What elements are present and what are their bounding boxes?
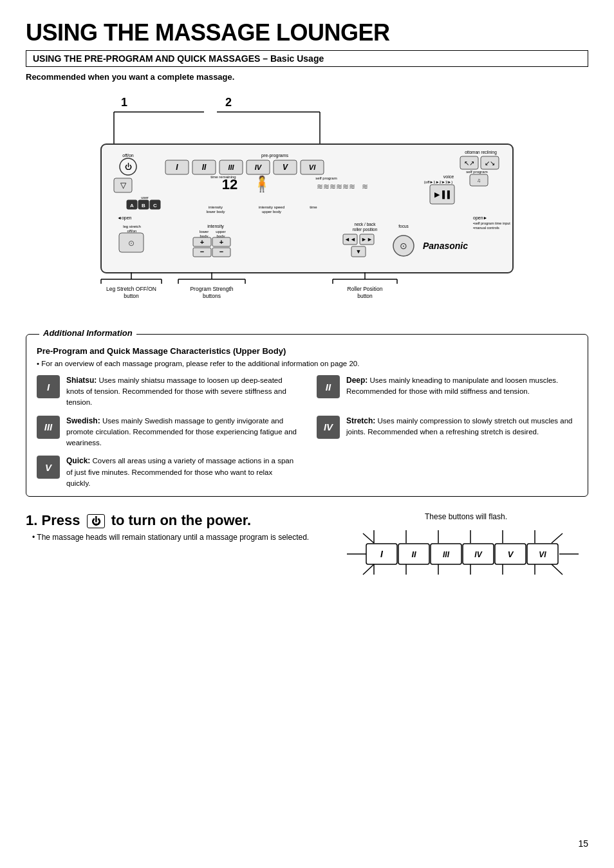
svg-text:intensity: intensity [207, 224, 224, 229]
svg-text:VI: VI [539, 550, 546, 559]
section-header: USING THE PRE-PROGRAM AND QUICK MASSAGES… [26, 50, 588, 67]
svg-text:roller position: roller position [353, 227, 378, 232]
svg-text:III: III [443, 550, 450, 559]
svg-text:12: 12 [222, 176, 237, 192]
svg-text:−: − [200, 248, 204, 255]
massage-item-stretch: IV Stretch: Uses mainly compression to s… [317, 416, 577, 448]
flash-buttons-wrap: These buttons will flash. I [344, 512, 588, 575]
svg-text:neck / back: neck / back [355, 222, 377, 226]
svg-text:II: II [202, 163, 207, 172]
svg-text:↙↘: ↙↘ [485, 160, 495, 167]
svg-line-112 [552, 533, 563, 543]
additional-info-subtitle: Pre-Program and Quick Massage Characteri… [37, 346, 577, 356]
svg-text:V: V [283, 163, 288, 172]
svg-text:pre-programs: pre-programs [261, 153, 289, 158]
svg-text:V: V [508, 549, 514, 559]
svg-text:•self program time input: •self program time input [473, 221, 510, 225]
massage-item-quick: V Quick: Covers all areas using a variet… [37, 456, 297, 488]
diagram-area: 1 2 off/on ⏻ pre-programs I II [26, 89, 588, 321]
svg-text:lower body: lower body [206, 210, 225, 214]
svg-text:time: time [310, 205, 317, 209]
svg-text:B: B [142, 203, 145, 208]
svg-text:Roller Position: Roller Position [348, 286, 383, 292]
svg-text:intensity: intensity [209, 205, 223, 209]
svg-text:►►: ►► [361, 236, 373, 243]
massage-text-deep: Deep: Uses mainly kneading to manipulate… [346, 375, 577, 397]
svg-text:ottoman reclining: ottoman reclining [465, 150, 497, 155]
svg-text:off/on: off/on [127, 229, 137, 233]
remote-svg: 1 2 off/on ⏻ pre-programs I II [26, 89, 588, 321]
massage-icon-V: V [37, 456, 60, 479]
svg-text:self program: self program [315, 176, 337, 180]
svg-text:voice: voice [443, 174, 454, 179]
svg-text:off/on: off/on [122, 153, 133, 158]
svg-text:upper body: upper body [262, 210, 281, 214]
massage-name-shiatsu: Shiatsu: [66, 376, 97, 385]
svg-text:Panasonic: Panasonic [423, 241, 468, 251]
massage-icon-III: III [37, 416, 60, 439]
svg-text:button: button [124, 293, 139, 299]
massage-name-swedish: Swedish: [66, 416, 100, 425]
svg-text:Program Strength: Program Strength [190, 286, 233, 292]
svg-text:IV: IV [474, 550, 482, 559]
massage-item-deep: II Deep: Uses mainly kneading to manipul… [317, 375, 577, 408]
step-1-section: 1. Press ⏻ to turn on the power. The mas… [26, 512, 588, 575]
massage-icon-IV: IV [317, 416, 340, 439]
svg-text:◄◄: ◄◄ [344, 236, 356, 243]
massage-text-shiatsu: Shiatsu: Uses mainly shiatsu massage to … [66, 375, 297, 408]
massage-item-empty [317, 456, 577, 488]
svg-text:lower: lower [200, 230, 209, 234]
svg-text:button: button [357, 293, 373, 299]
svg-text:IV: IV [255, 163, 263, 171]
massage-grid: I Shiatsu: Uses mainly shiatsu massage t… [37, 375, 577, 488]
step-1-bullet: The massage heads will remain stationary… [32, 533, 331, 542]
svg-text:II: II [411, 549, 416, 559]
svg-text:↖↗: ↖↗ [464, 160, 474, 167]
page-number: 15 [578, 838, 588, 849]
additional-info-note: • For an overview of each massage progra… [37, 360, 577, 367]
step-1-title: 1. Press ⏻ to turn on the power. [26, 512, 331, 529]
massage-text-stretch: Stretch: Uses mainly compression to slow… [346, 416, 577, 438]
svg-text:VI: VI [309, 163, 316, 171]
additional-info-title: Additional Information [39, 328, 136, 338]
step-1-body: 1. Press ⏻ to turn on the power. The mas… [26, 512, 588, 575]
svg-text:≋≋≋: ≋≋≋ [336, 182, 355, 191]
svg-line-134 [552, 564, 563, 575]
svg-line-127 [363, 564, 374, 575]
step-1-suffix: to turn on the power. [111, 512, 252, 528]
svg-text:upper: upper [216, 230, 225, 234]
flash-buttons-svg: I II III IV V VI [344, 524, 588, 575]
flash-note: These buttons will flash. [425, 512, 507, 521]
callout-2: 2 [225, 96, 232, 109]
svg-text:◄open: ◄open [117, 216, 132, 221]
svg-text:≋: ≋ [362, 182, 368, 191]
svg-text:♫: ♫ [477, 178, 481, 183]
svg-text:+: + [200, 238, 204, 246]
massage-name-stretch: Stretch: [346, 416, 375, 425]
power-button-icon: ⏻ [87, 514, 105, 528]
step-1-prefix: 1. Press [26, 512, 80, 528]
svg-text:▽: ▽ [120, 181, 127, 190]
remote-diagram-svg: off/on ⏻ pre-programs I II III IV V VI o… [75, 109, 539, 321]
step-1-text: 1. Press ⏻ to turn on the power. The mas… [26, 512, 331, 542]
callout-1: 1 [121, 96, 127, 109]
svg-text:−: − [219, 248, 223, 255]
svg-text:buttons: buttons [203, 293, 221, 299]
svg-text:▼: ▼ [356, 248, 362, 255]
svg-text:intensity speed: intensity speed [259, 205, 284, 209]
massage-item-swedish: III Swedish: Uses mainly Swedish massage… [37, 416, 297, 448]
massage-text-swedish: Swedish: Uses mainly Swedish massage to … [66, 416, 297, 448]
subtitle: Recommended when you want a complete mas… [26, 72, 588, 82]
svg-line-105 [363, 533, 374, 543]
page-title: USING THE MASSAGE LOUNGER [26, 19, 588, 46]
svg-text:⊙: ⊙ [128, 239, 135, 248]
svg-text:A: A [130, 203, 134, 208]
additional-info-box: Additional Information Pre-Program and Q… [26, 334, 588, 497]
svg-text:III: III [228, 163, 234, 171]
svg-text:⏻: ⏻ [125, 163, 132, 171]
svg-text:focus: focus [398, 224, 409, 228]
massage-item-shiatsu: I Shiatsu: Uses mainly shiatsu massage t… [37, 375, 297, 408]
svg-text:C: C [153, 203, 157, 208]
svg-text:•manual controls: •manual controls [473, 226, 499, 230]
svg-text:🧍: 🧍 [252, 174, 272, 193]
